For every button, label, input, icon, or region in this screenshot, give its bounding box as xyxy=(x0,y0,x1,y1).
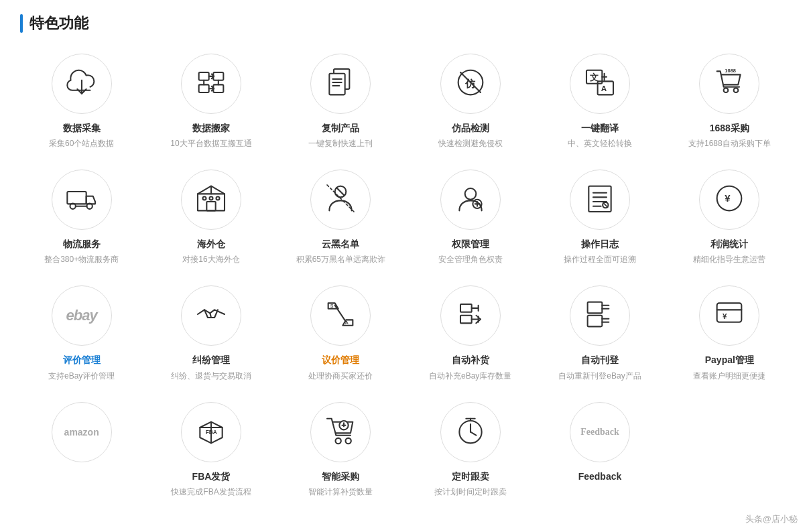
svg-rect-6 xyxy=(213,84,223,92)
feature-item-blacklist[interactable]: 云黑名单 积累65万黑名单远离欺诈 xyxy=(279,170,402,265)
feature-item-overseas-warehouse[interactable]: 海外仓 对接16大海外仓 xyxy=(149,170,272,265)
icon-circle-amazon-placeholder: amazon xyxy=(52,402,112,462)
feature-desc-fake-detect: 快速检测避免侵权 xyxy=(438,137,503,149)
feature-desc-auto-relist: 自动重新刊登eBay产品 xyxy=(558,370,641,382)
feature-item-fba-ship[interactable]: FBA FBA发货 快速完成FBA发货流程 xyxy=(149,402,272,498)
feature-name-price-nego: 议价管理 xyxy=(322,354,359,366)
feature-desc-translate: 中、英文轻松转换 xyxy=(568,137,632,149)
feature-item-feedback[interactable]: Feedback Feedback xyxy=(538,402,661,498)
svg-rect-67 xyxy=(717,304,742,322)
restock-icon xyxy=(454,297,487,334)
icon-circle-smart-purchase xyxy=(310,402,371,462)
data-migrate-icon xyxy=(194,66,228,102)
feature-item-timed-track[interactable]: 定时跟卖 按计划时间定时跟卖 xyxy=(409,402,532,498)
feature-desc-fba-ship: 快速完成FBA发货流程 xyxy=(171,486,251,498)
icon-circle-copy-product xyxy=(310,54,371,114)
icon-circle-logistics xyxy=(52,170,112,230)
svg-point-73 xyxy=(336,438,341,443)
feature-desc-auto-restock: 自动补充eBay库存数量 xyxy=(429,370,511,382)
feature-name-operation-log: 操作日志 xyxy=(581,238,619,250)
icon-circle-fba-ship: FBA xyxy=(181,402,241,462)
icon-circle-timed-track xyxy=(440,402,501,462)
feature-name-timed-track: 定时跟卖 xyxy=(452,470,489,482)
svg-rect-5 xyxy=(199,84,209,92)
feature-item-data-migration[interactable]: 数据搬家 10大平台数据互搬互通 xyxy=(149,54,272,149)
feature-item-profit-stats[interactable]: ¥ 利润统计 精细化指导生意运营 xyxy=(668,170,791,265)
icon-circle-translate: 文 A xyxy=(570,54,630,114)
feature-item-fake-detect[interactable]: 仿 仿品检测 快速检测避免侵权 xyxy=(409,54,532,149)
feature-item-review-mgmt[interactable]: ebay 评价管理 支持eBay评价管理 xyxy=(20,285,143,381)
feature-desc-blacklist: 积累65万黑名单远离欺诈 xyxy=(296,253,385,265)
feature-item-price-nego[interactable]: $ A 议价管理 处理协商买家还价 xyxy=(279,285,402,381)
feature-item-amazon-placeholder[interactable]: amazon xyxy=(20,402,143,498)
icon-circle-review-mgmt: ebay xyxy=(52,285,112,346)
feature-name-fake-detect: 仿品检测 xyxy=(452,122,489,134)
feature-item-purchase-1688[interactable]: 1688 1688采购 支持1688自动采购下单 xyxy=(668,54,791,149)
feature-name-permission: 权限管理 xyxy=(452,238,489,250)
feature-name-dispute-mgmt: 纠纷管理 xyxy=(192,354,230,366)
timed-track-icon xyxy=(454,414,487,450)
fake-detect-icon: 仿 xyxy=(454,66,487,102)
feature-item-operation-log[interactable]: 操作日志 操作过程全面可追溯 xyxy=(538,170,661,265)
feature-desc-data-migration: 10大平台数据互搬互通 xyxy=(170,137,251,149)
svg-text:A: A xyxy=(345,320,349,326)
feature-name-purchase-1688: 1688采购 xyxy=(710,122,749,134)
svg-point-33 xyxy=(209,197,212,200)
feature-item-copy-product[interactable]: 复制产品 一键复制快速上刊 xyxy=(279,54,402,149)
feature-item-paypal-mgmt[interactable]: ¥ Paypal管理 查看账户明细更便捷 xyxy=(668,285,791,381)
svg-text:A: A xyxy=(601,84,607,92)
svg-line-36 xyxy=(337,188,344,195)
feature-desc-smart-purchase: 智能计算补货数量 xyxy=(308,486,373,498)
cloud-download-icon xyxy=(65,66,99,102)
feature-name-paypal-mgmt: Paypal管理 xyxy=(705,354,754,366)
feature-desc-timed-track: 按计划时间定时跟卖 xyxy=(434,486,507,498)
paypal-icon: ¥ xyxy=(712,297,746,334)
relist-icon xyxy=(583,297,617,334)
feature-item-permission[interactable]: 权限管理 安全管理角色权责 xyxy=(409,170,532,265)
warehouse-icon xyxy=(194,182,228,218)
feature-item-dispute-mgmt[interactable]: 纠纷管理 纠纷、退货与交易取消 xyxy=(149,285,272,381)
feature-desc-paypal-mgmt: 查看账户明细更便捷 xyxy=(693,370,765,382)
feature-name-review-mgmt: 评价管理 xyxy=(63,354,101,366)
feature-desc-data-collection: 采集60个站点数据 xyxy=(49,137,114,149)
negotiate-icon: $ A xyxy=(324,297,357,334)
icon-circle-purchase-1688: 1688 xyxy=(699,54,759,114)
feature-name-auto-relist: 自动刊登 xyxy=(581,354,619,366)
feature-item-logistics[interactable]: 物流服务 整合380+物流服务商 xyxy=(20,170,143,265)
watermark: 头条@店小秘 xyxy=(745,513,798,525)
svg-point-32 xyxy=(202,197,206,200)
feature-desc-purchase-1688: 支持1688自动采购下单 xyxy=(688,137,771,149)
copy-doc-icon xyxy=(324,66,357,102)
feature-desc-profit-stats: 精细化指导生意运营 xyxy=(693,253,765,265)
smart-buy-icon xyxy=(324,414,357,450)
feature-name-blacklist: 云黑名单 xyxy=(322,238,359,250)
svg-rect-24 xyxy=(67,192,86,204)
feature-item-data-collection[interactable]: 数据采集 采集60个站点数据 xyxy=(20,54,143,149)
icon-circle-auto-restock xyxy=(440,285,501,346)
feedback-logo-icon: Feedback xyxy=(580,427,619,438)
feature-item-translate[interactable]: 文 A 一键翻译 中、英文轻松转换 xyxy=(538,54,661,149)
feature-name-smart-purchase: 智能采购 xyxy=(322,470,359,482)
feature-item-auto-restock[interactable]: 自动补货 自动补充eBay库存数量 xyxy=(409,285,532,381)
svg-rect-61 xyxy=(588,302,603,314)
feature-desc-copy-product: 一键复制快速上刊 xyxy=(308,137,373,149)
svg-rect-10 xyxy=(330,74,345,95)
feature-name-data-collection: 数据采集 xyxy=(63,122,101,134)
svg-text:¥: ¥ xyxy=(725,192,731,204)
svg-line-51 xyxy=(335,306,347,322)
icon-circle-dispute-mgmt xyxy=(181,285,241,346)
svg-point-34 xyxy=(216,197,219,200)
icon-circle-data-migration xyxy=(181,54,241,114)
handshake-icon xyxy=(194,297,228,334)
feature-item-auto-relist[interactable]: 自动刊登 自动重新刊登eBay产品 xyxy=(538,285,661,381)
title-accent-bar xyxy=(20,14,23,33)
feature-name-feedback: Feedback xyxy=(578,470,622,482)
icon-circle-overseas-warehouse xyxy=(181,170,241,230)
blacklist-icon xyxy=(324,182,357,218)
icon-circle-data-collection xyxy=(52,54,112,114)
profit-icon: ¥ xyxy=(712,182,746,218)
fba-icon: FBA xyxy=(194,414,228,450)
feature-desc-logistics: 整合380+物流服务商 xyxy=(44,253,119,265)
feature-item-smart-purchase[interactable]: 智能采购 智能计算补货数量 xyxy=(279,402,402,498)
ebay-logo-icon: ebay xyxy=(66,307,97,324)
